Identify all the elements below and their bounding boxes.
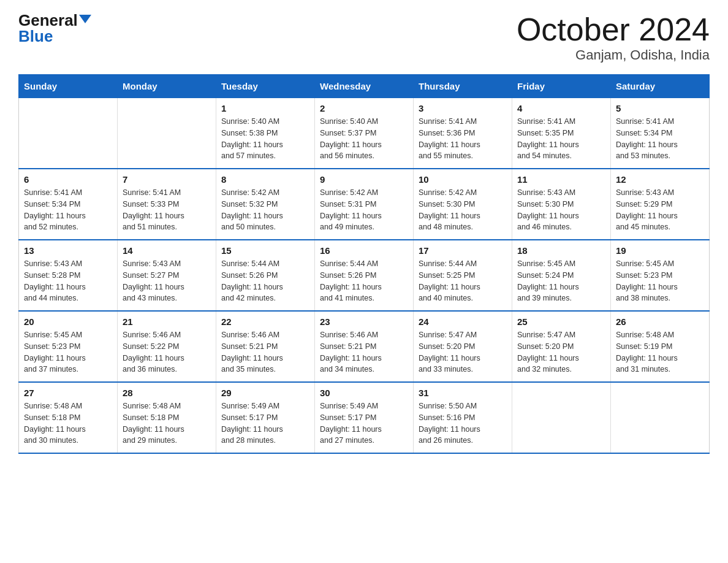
day-number: 19 xyxy=(616,245,704,256)
calendar-week-row: 6Sunrise: 5:41 AMSunset: 5:34 PMDaylight… xyxy=(19,169,710,240)
day-number: 3 xyxy=(419,103,507,113)
day-number: 5 xyxy=(616,103,704,113)
calendar-cell: 20Sunrise: 5:45 AMSunset: 5:23 PMDayligh… xyxy=(19,311,118,382)
logo-general: General xyxy=(18,12,78,28)
day-info: Sunrise: 5:41 AMSunset: 5:34 PMDaylight:… xyxy=(616,116,704,162)
day-number: 26 xyxy=(616,316,704,327)
calendar-cell: 5Sunrise: 5:41 AMSunset: 5:34 PMDaylight… xyxy=(611,98,710,169)
day-info: Sunrise: 5:40 AMSunset: 5:37 PMDaylight:… xyxy=(320,116,408,162)
calendar-cell: 22Sunrise: 5:46 AMSunset: 5:21 PMDayligh… xyxy=(216,311,315,382)
day-info: Sunrise: 5:41 AMSunset: 5:33 PMDaylight:… xyxy=(123,187,211,233)
calendar-cell: 24Sunrise: 5:47 AMSunset: 5:20 PMDayligh… xyxy=(414,311,512,382)
day-number: 16 xyxy=(320,245,408,256)
day-info: Sunrise: 5:45 AMSunset: 5:24 PMDaylight:… xyxy=(517,258,605,304)
day-info: Sunrise: 5:45 AMSunset: 5:23 PMDaylight:… xyxy=(24,329,112,375)
day-number: 31 xyxy=(419,388,507,398)
day-number: 30 xyxy=(320,388,408,398)
calendar-cell: 25Sunrise: 5:47 AMSunset: 5:20 PMDayligh… xyxy=(512,311,611,382)
calendar-cell: 19Sunrise: 5:45 AMSunset: 5:23 PMDayligh… xyxy=(611,240,710,311)
calendar-cell: 10Sunrise: 5:42 AMSunset: 5:30 PMDayligh… xyxy=(414,169,512,240)
day-number: 22 xyxy=(221,316,309,327)
calendar-cell: 29Sunrise: 5:49 AMSunset: 5:17 PMDayligh… xyxy=(216,382,315,453)
calendar-cell: 14Sunrise: 5:43 AMSunset: 5:27 PMDayligh… xyxy=(118,240,216,311)
logo: General Blue xyxy=(18,12,91,44)
day-info: Sunrise: 5:47 AMSunset: 5:20 PMDaylight:… xyxy=(517,329,605,375)
day-info: Sunrise: 5:49 AMSunset: 5:17 PMDaylight:… xyxy=(221,400,309,446)
logo-blue: Blue xyxy=(18,28,53,44)
day-info: Sunrise: 5:46 AMSunset: 5:22 PMDaylight:… xyxy=(123,329,211,375)
day-number: 14 xyxy=(123,245,211,256)
calendar-table: SundayMondayTuesdayWednesdayThursdayFrid… xyxy=(18,74,710,454)
weekday-header-tuesday: Tuesday xyxy=(216,75,315,98)
calendar-cell: 2Sunrise: 5:40 AMSunset: 5:37 PMDaylight… xyxy=(315,98,414,169)
day-info: Sunrise: 5:48 AMSunset: 5:18 PMDaylight:… xyxy=(123,400,211,446)
weekday-header-row: SundayMondayTuesdayWednesdayThursdayFrid… xyxy=(19,75,710,98)
day-number: 9 xyxy=(320,174,408,185)
day-number: 24 xyxy=(419,316,507,327)
calendar-cell: 17Sunrise: 5:44 AMSunset: 5:25 PMDayligh… xyxy=(414,240,512,311)
weekday-header-saturday: Saturday xyxy=(611,75,710,98)
calendar-cell: 31Sunrise: 5:50 AMSunset: 5:16 PMDayligh… xyxy=(414,382,512,453)
day-info: Sunrise: 5:43 AMSunset: 5:30 PMDaylight:… xyxy=(517,187,605,233)
calendar-cell: 6Sunrise: 5:41 AMSunset: 5:34 PMDaylight… xyxy=(19,169,118,240)
calendar-week-row: 27Sunrise: 5:48 AMSunset: 5:18 PMDayligh… xyxy=(19,382,710,453)
weekday-header-wednesday: Wednesday xyxy=(315,75,414,98)
calendar-cell: 15Sunrise: 5:44 AMSunset: 5:26 PMDayligh… xyxy=(216,240,315,311)
weekday-header-friday: Friday xyxy=(512,75,611,98)
weekday-header-thursday: Thursday xyxy=(414,75,512,98)
day-info: Sunrise: 5:46 AMSunset: 5:21 PMDaylight:… xyxy=(320,329,408,375)
day-number: 6 xyxy=(24,174,112,185)
weekday-header-sunday: Sunday xyxy=(19,75,118,98)
day-info: Sunrise: 5:41 AMSunset: 5:36 PMDaylight:… xyxy=(419,116,507,162)
day-info: Sunrise: 5:43 AMSunset: 5:28 PMDaylight:… xyxy=(24,258,112,304)
calendar-cell xyxy=(19,98,118,169)
day-number: 4 xyxy=(517,103,605,113)
calendar-cell: 16Sunrise: 5:44 AMSunset: 5:26 PMDayligh… xyxy=(315,240,414,311)
day-number: 12 xyxy=(616,174,704,185)
calendar-cell: 26Sunrise: 5:48 AMSunset: 5:19 PMDayligh… xyxy=(611,311,710,382)
page-title: October 2024 xyxy=(517,12,710,47)
day-info: Sunrise: 5:42 AMSunset: 5:30 PMDaylight:… xyxy=(419,187,507,233)
day-number: 23 xyxy=(320,316,408,327)
day-number: 25 xyxy=(517,316,605,327)
day-number: 2 xyxy=(320,103,408,113)
calendar-cell: 30Sunrise: 5:49 AMSunset: 5:17 PMDayligh… xyxy=(315,382,414,453)
page-subtitle: Ganjam, Odisha, India xyxy=(517,47,710,63)
day-number: 11 xyxy=(517,174,605,185)
calendar-week-row: 20Sunrise: 5:45 AMSunset: 5:23 PMDayligh… xyxy=(19,311,710,382)
day-number: 20 xyxy=(24,316,112,327)
logo-triangle-icon xyxy=(79,15,91,23)
calendar-cell: 23Sunrise: 5:46 AMSunset: 5:21 PMDayligh… xyxy=(315,311,414,382)
day-info: Sunrise: 5:41 AMSunset: 5:35 PMDaylight:… xyxy=(517,116,605,162)
calendar-cell: 28Sunrise: 5:48 AMSunset: 5:18 PMDayligh… xyxy=(118,382,216,453)
calendar-cell xyxy=(118,98,216,169)
calendar-cell: 4Sunrise: 5:41 AMSunset: 5:35 PMDaylight… xyxy=(512,98,611,169)
day-info: Sunrise: 5:44 AMSunset: 5:26 PMDaylight:… xyxy=(221,258,309,304)
day-number: 15 xyxy=(221,245,309,256)
calendar-cell: 1Sunrise: 5:40 AMSunset: 5:38 PMDaylight… xyxy=(216,98,315,169)
day-info: Sunrise: 5:42 AMSunset: 5:31 PMDaylight:… xyxy=(320,187,408,233)
day-info: Sunrise: 5:43 AMSunset: 5:29 PMDaylight:… xyxy=(616,187,704,233)
weekday-header-monday: Monday xyxy=(118,75,216,98)
day-info: Sunrise: 5:44 AMSunset: 5:26 PMDaylight:… xyxy=(320,258,408,304)
calendar-cell: 3Sunrise: 5:41 AMSunset: 5:36 PMDaylight… xyxy=(414,98,512,169)
calendar-cell xyxy=(512,382,611,453)
calendar-cell: 13Sunrise: 5:43 AMSunset: 5:28 PMDayligh… xyxy=(19,240,118,311)
day-info: Sunrise: 5:48 AMSunset: 5:19 PMDaylight:… xyxy=(616,329,704,375)
day-info: Sunrise: 5:48 AMSunset: 5:18 PMDaylight:… xyxy=(24,400,112,446)
day-info: Sunrise: 5:41 AMSunset: 5:34 PMDaylight:… xyxy=(24,187,112,233)
day-info: Sunrise: 5:44 AMSunset: 5:25 PMDaylight:… xyxy=(419,258,507,304)
calendar-cell: 21Sunrise: 5:46 AMSunset: 5:22 PMDayligh… xyxy=(118,311,216,382)
calendar-cell: 8Sunrise: 5:42 AMSunset: 5:32 PMDaylight… xyxy=(216,169,315,240)
day-info: Sunrise: 5:50 AMSunset: 5:16 PMDaylight:… xyxy=(419,400,507,446)
day-info: Sunrise: 5:40 AMSunset: 5:38 PMDaylight:… xyxy=(221,116,309,162)
day-number: 17 xyxy=(419,245,507,256)
day-number: 18 xyxy=(517,245,605,256)
day-info: Sunrise: 5:49 AMSunset: 5:17 PMDaylight:… xyxy=(320,400,408,446)
page-header: General Blue October 2024 Ganjam, Odisha… xyxy=(18,12,710,63)
title-block: October 2024 Ganjam, Odisha, India xyxy=(517,12,710,63)
day-info: Sunrise: 5:46 AMSunset: 5:21 PMDaylight:… xyxy=(221,329,309,375)
day-number: 7 xyxy=(123,174,211,185)
calendar-cell: 18Sunrise: 5:45 AMSunset: 5:24 PMDayligh… xyxy=(512,240,611,311)
day-info: Sunrise: 5:45 AMSunset: 5:23 PMDaylight:… xyxy=(616,258,704,304)
